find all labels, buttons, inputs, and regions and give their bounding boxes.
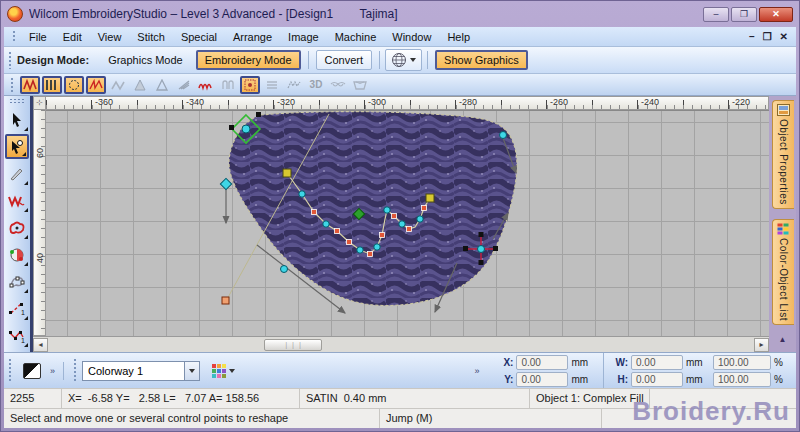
object-properties-icon [777, 104, 790, 116]
scale-y-field[interactable]: 100.00 [713, 372, 771, 387]
closed-shape-tool[interactable] [5, 215, 29, 240]
ruler-label: -320 [277, 97, 295, 107]
toolbar-grip[interactable] [73, 358, 78, 383]
embroidery-object[interactable] [229, 112, 517, 306]
w-field[interactable]: 0.00 [631, 355, 683, 370]
menu-machine[interactable]: Machine [327, 29, 385, 45]
chain-end-handle[interactable] [426, 194, 434, 202]
menu-edit[interactable]: Edit [55, 29, 90, 45]
h-field[interactable]: 0.00 [631, 372, 683, 387]
trim-glasses-icon [328, 76, 348, 94]
menu-file[interactable]: File [21, 29, 55, 45]
scroll-right-arrow[interactable]: ▸ [754, 338, 769, 352]
scroll-thumb[interactable]: ｜｜｜ [264, 339, 322, 351]
knife-tool[interactable] [5, 161, 29, 186]
show-graphics-button[interactable]: Show Graphics [435, 50, 528, 70]
ruler-label: -360 [95, 97, 113, 107]
colorway-value: Colorway 1 [88, 365, 143, 377]
colorway-select[interactable]: Colorway 1 [82, 361, 200, 381]
ruler-origin-button[interactable]: ⊹ [33, 96, 46, 110]
menu-stitch[interactable]: Stitch [129, 29, 173, 45]
overflow-chevron-icon[interactable]: » [50, 366, 55, 376]
x-field[interactable]: 0.00 [516, 355, 568, 370]
menu-view[interactable]: View [90, 29, 130, 45]
chain-end-handle[interactable] [283, 169, 291, 177]
tab-color-object-list[interactable]: Color-Object List [772, 219, 794, 325]
horizontal-scrollbar[interactable]: ◂ ｜｜｜ ▸ [33, 336, 769, 352]
child-restore-button[interactable]: ❐ [763, 31, 772, 42]
title-bar: Wilcom EmbroideryStudio – Level 3 Advanc… [1, 1, 799, 27]
status-bar-top: 2255 X= -6.58 Y= 2.58 L= 7.07 A= 158.56 … [4, 388, 796, 408]
toolbar-grip[interactable] [12, 30, 17, 43]
wave-run-icon[interactable] [196, 76, 216, 94]
colorway-palette-button[interactable] [208, 362, 239, 380]
scroll-left-arrow[interactable]: ◂ [33, 338, 48, 352]
separator [427, 51, 428, 69]
w-label: W: [615, 357, 628, 368]
control-point[interactable] [281, 266, 288, 273]
toolbar-grip[interactable] [9, 98, 25, 104]
horizontal-ruler[interactable]: -360 -340 -320 -300 -280 -260 -240 -220 [46, 96, 769, 110]
svg-text:1: 1 [21, 309, 25, 316]
child-close-button[interactable]: ✕ [780, 31, 788, 42]
texture-icon [284, 76, 304, 94]
tatami-fill-icon[interactable] [42, 76, 62, 94]
separator [63, 362, 64, 380]
embroidery-mode-button[interactable]: Embroidery Mode [196, 50, 301, 70]
menu-window[interactable]: Window [384, 29, 439, 45]
ruler-label: 60 [35, 148, 45, 158]
toolbar-grip[interactable] [8, 51, 13, 69]
tab-object-properties[interactable]: Object Properties [772, 100, 794, 209]
toolbar-grip[interactable] [10, 77, 15, 92]
restore-button[interactable]: ❐ [731, 7, 757, 22]
graphics-mode-button[interactable]: Graphics Mode [99, 50, 192, 70]
run-stitch-tool[interactable]: 1 [5, 296, 29, 321]
select-tool[interactable] [5, 107, 29, 132]
globe-icon [391, 52, 407, 68]
tab-label: Color-Object List [778, 238, 789, 321]
overflow-chevron-icon[interactable]: » [474, 366, 479, 376]
child-minimize-button[interactable]: – [749, 31, 755, 42]
svg-text:1: 1 [21, 337, 25, 344]
separator [308, 51, 309, 69]
tabs-scroll-up-icon[interactable]: ▲ [779, 335, 787, 344]
pattern-fill-icon[interactable] [240, 76, 260, 94]
menu-special[interactable]: Special [173, 29, 225, 45]
menu-image[interactable]: Image [280, 29, 327, 45]
y-field[interactable]: 0.00 [516, 372, 568, 387]
triangle-outline-icon [152, 76, 172, 94]
satin-fill-icon[interactable] [86, 76, 106, 94]
convert-button[interactable]: Convert [316, 50, 373, 70]
color-wheel-tool[interactable] [5, 242, 29, 267]
zigzag-fill-icon[interactable] [20, 76, 40, 94]
design-disk-icon[interactable] [23, 363, 41, 379]
design-canvas[interactable] [46, 110, 769, 336]
colorway-dropdown-button[interactable] [184, 362, 199, 380]
menu-help[interactable]: Help [439, 29, 478, 45]
vertical-ruler[interactable]: 60 40 [33, 110, 46, 336]
dropdown-caret-icon [229, 369, 235, 373]
motif-fill-icon[interactable] [64, 76, 84, 94]
x-unit: mm [571, 357, 595, 368]
minimize-button[interactable]: – [703, 7, 729, 22]
control-point-diamond[interactable] [220, 178, 231, 189]
scale-x-field[interactable]: 100.00 [713, 355, 771, 370]
lettering-tool[interactable] [5, 188, 29, 213]
close-button[interactable]: ✕ [759, 7, 793, 22]
reshape-tool[interactable] [5, 134, 29, 159]
hoop-icon [350, 76, 370, 94]
zigzag-outline-icon [108, 76, 128, 94]
design-scene [46, 111, 769, 336]
x-label: X: [503, 357, 513, 368]
hint-text: Select and move one or several control p… [4, 409, 380, 428]
reshape-node-tool[interactable] [5, 269, 29, 294]
globe-dropdown-button[interactable] [385, 49, 422, 71]
menu-arrange[interactable]: Arrange [225, 29, 280, 45]
triple-run-tool[interactable]: 1 [5, 323, 29, 348]
control-point[interactable] [500, 132, 507, 139]
control-point-square[interactable] [222, 297, 229, 304]
feather-icon [174, 76, 194, 94]
dropdown-caret-icon [189, 369, 195, 373]
ruler-label: -280 [459, 97, 477, 107]
toolbar-grip[interactable] [8, 358, 13, 383]
